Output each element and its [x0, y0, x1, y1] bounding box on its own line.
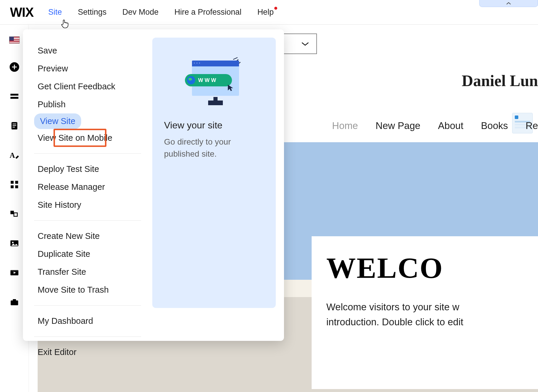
plus-circle-icon [9, 62, 20, 72]
svg-rect-17 [10, 270, 18, 272]
menu-save[interactable]: Save [34, 42, 141, 60]
menu-move-to-trash[interactable]: Move Site to Trash [34, 281, 141, 299]
svg-rect-11 [15, 185, 18, 188]
www-label: WWW [198, 77, 218, 83]
menu-preview[interactable]: Preview [34, 60, 141, 78]
nav-books[interactable]: Books [481, 120, 508, 131]
menu-site-history[interactable]: Site History [34, 196, 141, 214]
flag-us-icon[interactable] [9, 36, 20, 43]
hero-line1: Welcome visitors to your site w [326, 301, 459, 312]
monitor-bar-icon [192, 61, 239, 66]
business-button[interactable] [9, 296, 20, 308]
collapse-toolbar-button[interactable] [479, 0, 538, 7]
nav-about[interactable]: About [438, 120, 463, 131]
menu-divider [34, 153, 141, 154]
nav-more[interactable]: Re [526, 120, 538, 131]
svg-rect-10 [11, 185, 14, 188]
svg-rect-9 [15, 181, 18, 184]
wix-logo[interactable]: WIX [10, 5, 34, 20]
svg-rect-6 [12, 127, 15, 128]
chevron-down-icon [301, 41, 309, 46]
video-button[interactable] [9, 267, 20, 279]
top-menu-help[interactable]: Help [257, 8, 274, 17]
site-nav: Home New Page About Books Re [332, 120, 538, 131]
menu-transfer-site[interactable]: Transfer Site [34, 263, 141, 281]
svg-rect-12 [10, 211, 14, 214]
hero-text-card[interactable]: WELCO Welcome visitors to your site w in… [312, 236, 538, 389]
page-icon [9, 120, 20, 131]
top-menu-site[interactable]: Site [48, 8, 62, 17]
hero-heading[interactable]: WELCO [326, 251, 538, 285]
menu-my-dashboard[interactable]: My Dashboard [34, 312, 141, 330]
monitor-stand-icon [208, 100, 223, 105]
text-button[interactable]: A [9, 149, 20, 161]
text-icon: A [9, 150, 20, 160]
menu-create-new-site[interactable]: Create New Site [34, 227, 141, 245]
video-icon [9, 267, 20, 278]
image-icon [9, 238, 20, 249]
site-title[interactable]: Daniel Lun [462, 72, 538, 90]
svg-point-15 [12, 242, 13, 243]
cursor-arrow-icon [227, 84, 234, 93]
apps-grid-icon [9, 179, 20, 190]
preview-title: View your site [164, 120, 264, 131]
svg-rect-1 [10, 94, 18, 96]
svg-text:A: A [9, 151, 15, 159]
sections-button[interactable] [9, 91, 20, 102]
cursor-pointer-icon [61, 19, 69, 30]
www-pill-icon: WWW [185, 74, 232, 86]
top-menu-help-label: Help [257, 8, 274, 16]
svg-rect-4 [12, 124, 16, 124]
site-menu-list: Save Preview Get Client Feedback Publish… [23, 29, 152, 341]
preview-description: Go directly to your published site. [164, 136, 264, 160]
site-menu-dropdown: Save Preview Get Client Feedback Publish… [23, 29, 284, 341]
site-menu-preview: WWW View your site Go directly to your p… [152, 29, 284, 341]
menu-divider [34, 305, 141, 306]
menu-deploy-test-site[interactable]: Deploy Test Site [34, 160, 141, 178]
layers-button[interactable] [9, 208, 20, 220]
apps-button[interactable] [9, 179, 20, 190]
notification-dot-icon [274, 7, 277, 10]
menu-duplicate-site[interactable]: Duplicate Site [34, 245, 141, 263]
top-menu-settings[interactable]: Settings [78, 8, 107, 17]
menu-view-site[interactable]: View Site [34, 113, 81, 129]
svg-rect-18 [11, 301, 18, 305]
layers-icon [9, 209, 20, 219]
top-menu: Site Settings Dev Mode Hire a Profession… [48, 8, 274, 17]
section-icon [9, 91, 20, 102]
media-button[interactable] [9, 237, 20, 249]
menu-release-manager[interactable]: Release Manager [34, 178, 141, 196]
menu-view-site-mobile[interactable]: View Site on Mobile [34, 129, 141, 147]
menu-exit-editor[interactable]: Exit Editor [34, 343, 141, 361]
menu-get-client-feedback[interactable]: Get Client Feedback [34, 78, 141, 96]
add-button[interactable] [9, 61, 20, 73]
hero-line2: introduction. Double click to edit [326, 316, 463, 327]
chevron-up-icon [506, 2, 511, 5]
nav-home[interactable]: Home [332, 120, 358, 131]
globe-icon [187, 76, 195, 84]
nav-new-page[interactable]: New Page [376, 120, 420, 131]
top-menu-devmode[interactable]: Dev Mode [122, 8, 158, 17]
svg-rect-2 [10, 97, 18, 99]
menu-divider [34, 220, 141, 221]
svg-rect-5 [12, 125, 16, 126]
svg-rect-19 [13, 299, 16, 301]
preview-card: WWW View your site Go directly to your p… [152, 38, 276, 308]
top-bar: WIX Site Settings Dev Mode Hire a Profes… [0, 0, 538, 25]
svg-rect-8 [11, 181, 14, 184]
pages-button[interactable] [9, 120, 20, 132]
briefcase-icon [9, 297, 20, 307]
top-menu-hire[interactable]: Hire a Professional [174, 8, 241, 17]
menu-divider [34, 336, 141, 337]
svg-rect-13 [14, 213, 17, 216]
menu-publish[interactable]: Publish [34, 96, 141, 113]
preview-illustration: WWW [183, 55, 245, 105]
hero-paragraph[interactable]: Welcome visitors to your site w introduc… [326, 299, 538, 329]
